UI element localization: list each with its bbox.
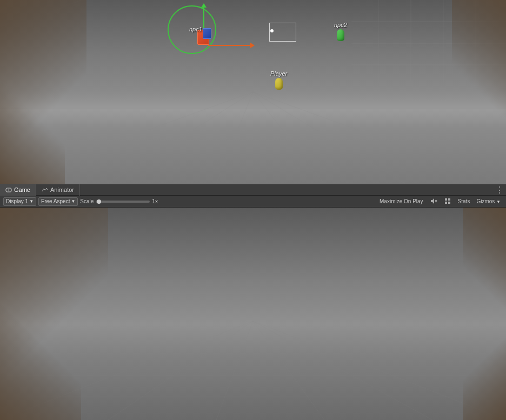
svg-rect-24	[445, 198, 447, 201]
aspect-chevron: ▼	[71, 199, 75, 204]
gizmos-label: Gizmos	[476, 198, 495, 204]
svg-rect-26	[445, 202, 447, 204]
svg-line-5	[108, 92, 253, 184]
display-dropdown[interactable]: Display 1 ▼	[3, 197, 36, 206]
svg-marker-21	[431, 198, 434, 204]
svg-line-9	[253, 92, 506, 184]
right-arrow-gizmo	[208, 45, 251, 46]
gizmos-chevron: ▼	[496, 199, 501, 204]
display-chevron: ▼	[29, 199, 34, 204]
scene-player: Player	[270, 70, 287, 90]
scale-slider[interactable]	[96, 201, 150, 203]
maximize-label: Maximize On Play	[380, 198, 423, 204]
svg-line-18	[0, 0, 81, 32]
stats-label: Stats	[458, 198, 470, 204]
scale-label: Scale	[80, 198, 94, 204]
maximize-btn[interactable]: Maximize On Play	[377, 198, 425, 205]
mute-btn[interactable]	[428, 197, 440, 206]
svg-line-7	[253, 92, 324, 184]
scene-npc2: npc2	[334, 22, 347, 41]
svg-rect-27	[448, 202, 450, 204]
svg-line-36	[253, 321, 432, 420]
gamepad-icon	[5, 187, 12, 192]
tab-animator[interactable]: Animator	[36, 184, 80, 196]
scene-npc2-label: npc2	[334, 22, 347, 28]
scale-value: 1x	[152, 198, 158, 204]
toolbar-right-group: Maximize On Play Stats Gizmos ▼	[377, 197, 503, 206]
game-view[interactable]: npc1 npc2 Player	[0, 208, 506, 420]
svg-line-6	[216, 92, 253, 184]
svg-line-8	[253, 92, 405, 184]
svg-point-20	[8, 190, 9, 191]
game-grid-lines	[0, 208, 506, 420]
toolbar-tabs-row: Game Animator ⋮	[0, 184, 506, 196]
toolbar-more-btn[interactable]: ⋮	[495, 185, 506, 195]
npc1-box-blue	[203, 28, 211, 39]
scene-view[interactable]: npc1 npc2 Player	[0, 0, 506, 184]
scene-player-label: Player	[270, 70, 287, 77]
svg-line-32	[0, 321, 253, 420]
svg-line-37	[253, 321, 506, 420]
camera-frustum	[269, 23, 296, 42]
layers-btn[interactable]	[442, 197, 454, 206]
tab-game-label: Game	[14, 186, 30, 193]
animator-icon	[42, 187, 48, 192]
more-dots-icon: ⋮	[495, 185, 504, 195]
tab-animator-label: Animator	[50, 186, 74, 193]
aspect-label: Free Aspect	[41, 198, 70, 204]
scale-thumb	[97, 199, 101, 204]
game-toolbar: Display 1 ▼ Free Aspect ▼ Scale 1x Maxim…	[0, 196, 506, 208]
svg-line-34	[216, 321, 253, 420]
stats-btn[interactable]: Stats	[456, 198, 472, 205]
tab-game[interactable]: Game	[0, 184, 36, 196]
layers-icon	[444, 197, 451, 205]
mute-icon	[430, 197, 437, 205]
scale-slider-container: 1x	[96, 198, 158, 204]
svg-line-33	[108, 321, 253, 420]
display-label: Display 1	[6, 198, 28, 204]
svg-rect-25	[448, 198, 450, 201]
scene-npc1: npc1	[189, 26, 202, 32]
npc2-capsule-scene	[337, 29, 344, 41]
svg-line-35	[253, 321, 324, 420]
aspect-dropdown[interactable]: Free Aspect ▼	[38, 197, 78, 206]
scene-npc1-label: npc1	[189, 26, 202, 32]
gizmos-btn[interactable]: Gizmos ▼	[474, 198, 503, 205]
scene-grid-lines	[0, 0, 506, 184]
toolbar-tabs: Game Animator	[0, 184, 80, 196]
svg-line-4	[0, 92, 253, 184]
player-capsule-scene	[275, 78, 283, 90]
